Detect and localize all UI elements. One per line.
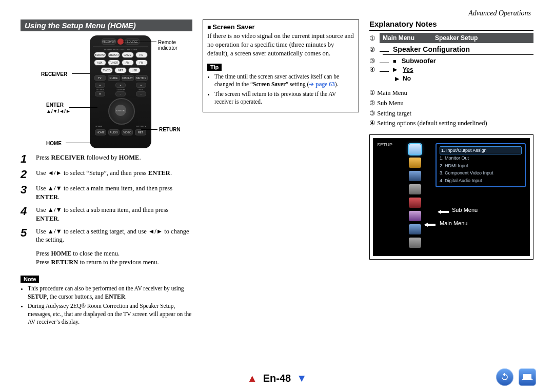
page-root: Advanced Operations Using the Setup Menu… — [0, 0, 554, 392]
osd-list-item: 1. Monitor Out — [440, 154, 522, 162]
screensaver-body: If there is no video signal on the curre… — [207, 32, 354, 58]
remote-diagram: RECEIVERSOURCE REMOTE MODE / INPUT SELEC… — [21, 35, 192, 148]
row-4b: ▶ No — [395, 73, 533, 83]
step-num: 1 — [21, 153, 31, 165]
legend-item: Setting options (default setting underli… — [377, 120, 487, 127]
callout-indicator: Remote indicator — [158, 40, 189, 51]
legend-list: ① Main Menu ② Sub Menu ③ Setting target … — [369, 88, 533, 128]
home-icon[interactable] — [519, 368, 536, 386]
note-bullet: During Audyssey 2EQ® Room Correction and… — [28, 302, 192, 326]
callout-enter: ENTER — [46, 102, 64, 108]
row-2: ② Speaker Configuration — [369, 45, 533, 53]
after-step-2: Press RETURN to return to the previous m… — [36, 258, 192, 267]
row-3: ③ ■ Subwoofer — [369, 57, 533, 65]
osd-icon — [409, 171, 421, 181]
tip-bullet: The screen will return to its previous s… — [214, 90, 354, 106]
step-num: 5 — [21, 227, 31, 239]
back-icon[interactable] — [496, 368, 513, 386]
row2-title: Speaker Configuration — [393, 45, 470, 53]
osd-list-item: 3. Component Video Input — [440, 169, 522, 177]
explanatory-title: Explanatory Notes — [369, 19, 533, 28]
row-4: ④ ▶ Yes — [369, 66, 533, 73]
step-num: 3 — [21, 184, 31, 195]
step-num: 2 — [21, 169, 31, 180]
menu-bar-right: Speaker Setup — [435, 34, 478, 42]
tip-tag: Tip — [207, 64, 222, 71]
steps-list: 1Press RECEIVER followed by HOME. 2Use ◄… — [21, 153, 192, 244]
osd-icon — [409, 158, 421, 168]
screensaver-heading: Screen Saver — [207, 23, 354, 31]
legend-item: Main Menu — [377, 89, 407, 96]
osd-icon — [409, 238, 421, 248]
note-tag: Note — [21, 276, 39, 283]
osd-submenu-list: 1. Input/Output Assign 1. Monitor Out 2.… — [436, 143, 526, 187]
osd-icon — [409, 184, 421, 194]
step-text: Use ◄/► to select “Setup”, and then pres… — [36, 169, 172, 178]
menu-bar-left: Main Menu — [383, 34, 414, 42]
remote-body: RECEIVERSOURCE REMOTE MODE / INPUT SELEC… — [90, 35, 151, 148]
callout-return: RETURN — [159, 127, 181, 132]
section-header: Advanced Operations — [468, 9, 531, 17]
osd-icon — [409, 198, 421, 208]
step-text: Press RECEIVER followed by HOME. — [36, 153, 141, 162]
column-3: Explanatory Notes ① Main Menu Speaker Se… — [369, 19, 533, 328]
footer-up-icon[interactable]: ▲ — [247, 373, 258, 384]
callout-home: HOME — [46, 141, 62, 146]
circled-2: ② — [369, 46, 375, 53]
osd-icon — [409, 211, 421, 221]
osd-screenshot: SETUP 1. Input/Output Assign 1. Monitor — [369, 134, 533, 260]
tip-bullet: The time until the screen saver activate… — [214, 73, 354, 89]
legend-item: Sub Menu — [377, 100, 404, 107]
note-bullets: This procedure can also be performed on … — [21, 285, 192, 326]
callout-receiver: RECEIVER — [41, 71, 67, 77]
osd-list-item: 1. Input/Output Assign — [440, 146, 522, 154]
row3-title: Subwoofer — [402, 57, 436, 65]
page-number: En-48 — [263, 373, 291, 384]
column-2: Screen Saver If there is no video signal… — [203, 19, 359, 328]
step-text: Use ▲/▼ to select a main menu item, and … — [36, 184, 192, 202]
row4-yes: Yes — [403, 66, 413, 73]
step-text: Use ▲/▼ to select a setting target, and … — [36, 227, 192, 245]
osd-icon — [409, 224, 421, 234]
page-footer: ▲ En-48 ▼ — [0, 373, 554, 384]
tip-bullets: The time until the screen saver activate… — [207, 73, 354, 106]
circled-3: ③ — [369, 57, 375, 65]
footer-icons — [496, 368, 536, 386]
osd-icon — [409, 144, 421, 154]
column-1: Using the Setup Menu (HOME) RECEIVERSOUR… — [21, 19, 192, 328]
osd-label-sub: Sub Menu — [452, 207, 478, 213]
footer-down-icon[interactable]: ▼ — [296, 373, 307, 384]
after-step-1: Press HOME to close the menu. — [36, 249, 192, 258]
columns: Using the Setup Menu (HOME) RECEIVERSOUR… — [21, 19, 533, 328]
step-text: Use ▲/▼ to select a sub menu item, and t… — [36, 206, 192, 223]
note-bullet: This procedure can also be performed on … — [28, 285, 192, 301]
osd-label-main: Main Menu — [440, 220, 467, 226]
legend-item: Setting target — [377, 110, 411, 117]
row-1: ① Main Menu Speaker Setup — [369, 33, 533, 43]
row4-no: No — [403, 75, 411, 82]
callout-arrows: ▲/▼/◄/► — [46, 108, 71, 114]
circled-1: ① — [369, 34, 375, 42]
step-num: 4 — [21, 206, 31, 217]
osd-list-item: 4. Digital Audio Input — [440, 177, 522, 184]
screensaver-box: Screen Saver If there is no video signal… — [203, 19, 359, 112]
osd-icon-column — [409, 144, 421, 248]
osd-list-item: 2. HDMI Input — [440, 162, 522, 169]
circled-4: ④ — [369, 66, 375, 73]
menu-bar: Main Menu Speaker Setup — [380, 33, 533, 43]
col1-title: Using the Setup Menu (HOME) — [21, 19, 192, 31]
